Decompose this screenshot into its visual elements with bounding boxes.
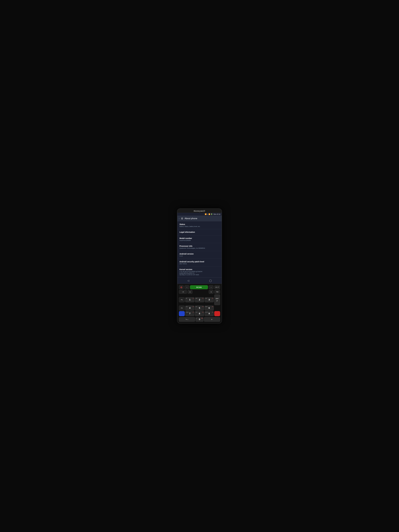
- page-title: About phone: [185, 217, 197, 220]
- status-bar: 📶 1 📶 🔋 76% 07:22: [177, 213, 222, 215]
- gear-icon: ⚙: [181, 217, 183, 220]
- key9-num: 9: [209, 313, 210, 315]
- android-version-subtitle: 4.4.4: [179, 255, 220, 257]
- status-icons: 📶 1 📶 🔋 76% 07:22: [205, 213, 220, 215]
- bluetooth-icon: 📶: [205, 213, 207, 215]
- kernel-subtitle: 3.10.28-gf11372e-00050-g210d244 builder@…: [179, 271, 220, 276]
- key3-fn: F3: [212, 298, 213, 299]
- key9-fn: F9: [212, 312, 213, 313]
- device-top: Honeywell: [177, 209, 222, 213]
- settings-item-status[interactable]: Status Battery Status, battery level, et…: [177, 222, 222, 229]
- settings-item-processor[interactable]: Processor info Qualcomm Technologies, In…: [177, 243, 222, 251]
- blue-key[interactable]: [179, 311, 185, 316]
- key5-num: 5: [199, 307, 200, 309]
- key-9[interactable]: WXYZ F9 9: [205, 311, 214, 316]
- settings-item-security-patch[interactable]: Android security patch level 2017-09-01: [177, 259, 222, 266]
- key-8[interactable]: TUV F8 8: [195, 311, 204, 316]
- security-patch-subtitle: 2017-09-01: [179, 263, 220, 265]
- star-label: *+—: [185, 319, 188, 320]
- key8-letters: TUV: [196, 312, 197, 313]
- battery-icon: 🔋: [211, 213, 213, 215]
- keypad: ⏻ ‹ SCAN › DEL ⌫ ↑ aA ∧ ∨ TAB: [177, 284, 222, 323]
- down-key[interactable]: ∨: [209, 290, 214, 294]
- nav-right-key[interactable]: ›: [209, 285, 214, 289]
- screen: 📶 1 📶 🔋 76% 07:22 ‹ ⚙ About phone Status: [177, 213, 222, 284]
- shift-key[interactable]: ↑ aA: [179, 290, 187, 294]
- model-subtitle: ScanPal EDA50K: [179, 240, 220, 241]
- key5-letters: JKL: [196, 306, 197, 307]
- shift-label: aA: [183, 291, 184, 292]
- ent-icon: ↵: [216, 300, 218, 302]
- key0-num: 0: [199, 318, 200, 321]
- numpad-section: P1 @/ F1 1 ABC F2 2 DEF F3: [179, 294, 220, 322]
- processor-title: Processor info: [179, 245, 220, 247]
- numpad-row-1: P1 @/ F1 1 ABC F2 2 DEF F3: [179, 294, 220, 305]
- star-key[interactable]: *+—: [179, 317, 195, 322]
- back-nav-button[interactable]: ◁: [185, 279, 192, 283]
- p2-key[interactable]: P2: [179, 306, 185, 310]
- settings-item-android-version[interactable]: Android version 4.4.4: [177, 251, 222, 259]
- del-sub: ⌫: [218, 287, 219, 288]
- hash-key[interactable]: #··: [204, 317, 220, 322]
- status-title: Status: [179, 223, 220, 225]
- key5-fn: F5: [202, 306, 203, 307]
- key8-num: 8: [199, 313, 200, 315]
- p2-label: P2: [181, 307, 183, 309]
- p1-key[interactable]: P1: [179, 297, 185, 302]
- key-0[interactable]: F10 ␣ 0: [196, 317, 203, 322]
- settings-list: Status Battery Status, battery level, et…: [177, 222, 222, 278]
- numpad-row-3: PQRS F7 7 TUV F8 8 WXYZ F9 9: [179, 311, 220, 316]
- key3-num: 3: [209, 299, 210, 301]
- key6-letters: MNO: [205, 306, 207, 307]
- key7-fn: F7: [193, 312, 194, 313]
- key-2[interactable]: ABC F2 2: [195, 297, 204, 302]
- nav-left-key[interactable]: ‹: [184, 285, 189, 289]
- keypad-row2: ↑ aA ∧ ∨ TAB: [179, 290, 220, 294]
- key4-fn: F4: [193, 306, 194, 307]
- settings-item-kernel[interactable]: Kernel version 3.10.28-gf11372e-00050-g2…: [177, 266, 222, 278]
- key0-fn: F10: [201, 318, 203, 319]
- key6-fn: F6: [212, 306, 213, 307]
- key-7[interactable]: PQRS F7 7: [185, 311, 194, 316]
- settings-item-legal[interactable]: Legal information: [177, 229, 222, 235]
- keypad-top-row: ⏻ ‹ SCAN › DEL ⌫: [179, 285, 220, 289]
- key1-fn: F1: [193, 298, 194, 299]
- device-wrapper: Honeywell 📶 1 📶 🔋 76% 07:22 ‹ ⚙ About ph…: [0, 0, 399, 532]
- kernel-title: Kernel version: [179, 268, 220, 271]
- red-key[interactable]: [214, 311, 220, 316]
- del-key[interactable]: DEL ⌫: [214, 285, 220, 289]
- key-5[interactable]: JKL F5 5: [195, 306, 204, 310]
- shift-arrow: ↑: [182, 291, 182, 292]
- tab-key[interactable]: TAB: [214, 290, 220, 294]
- legal-title: Legal information: [179, 231, 220, 233]
- key4-letters: GHI: [186, 306, 188, 307]
- hash-label: #··: [211, 319, 213, 320]
- home-nav-button[interactable]: ◯: [207, 279, 214, 283]
- key8-fn: F8: [202, 312, 203, 313]
- key-6[interactable]: MNO F6 6: [205, 306, 214, 310]
- key7-num: 7: [189, 313, 190, 315]
- key2-fn: F2: [202, 298, 203, 299]
- key3-letters: DEF: [205, 298, 207, 299]
- key-3[interactable]: DEF F3 3: [205, 297, 214, 302]
- processor-subtitle: Qualcomm Technologies, Inc MSM8916: [179, 247, 220, 249]
- key0-letters: ␣: [196, 318, 197, 319]
- model-title: Model number: [179, 237, 220, 239]
- key1-letters: @/: [186, 298, 187, 299]
- del-label: DEL: [215, 287, 218, 288]
- page-header: ‹ ⚙ About phone: [177, 215, 222, 222]
- time: 07:22: [217, 214, 220, 215]
- key-1[interactable]: @/ F1 1: [185, 297, 194, 302]
- settings-item-model[interactable]: Model number ScanPal EDA50K: [177, 235, 222, 243]
- back-button[interactable]: ‹: [179, 217, 180, 220]
- key6-num: 6: [209, 307, 210, 309]
- key-4[interactable]: GHI F4 4: [185, 306, 194, 310]
- key9-letters: WXYZ: [205, 312, 208, 313]
- enter-key[interactable]: ENT ↵: [214, 294, 220, 305]
- wifi-icon: 📶: [209, 213, 210, 215]
- up-key[interactable]: ∧: [188, 290, 192, 294]
- power-key[interactable]: ⏻: [179, 285, 184, 289]
- scan-key[interactable]: SCAN: [190, 285, 208, 289]
- key2-num: 2: [199, 299, 200, 301]
- p1-label: P1: [181, 299, 183, 301]
